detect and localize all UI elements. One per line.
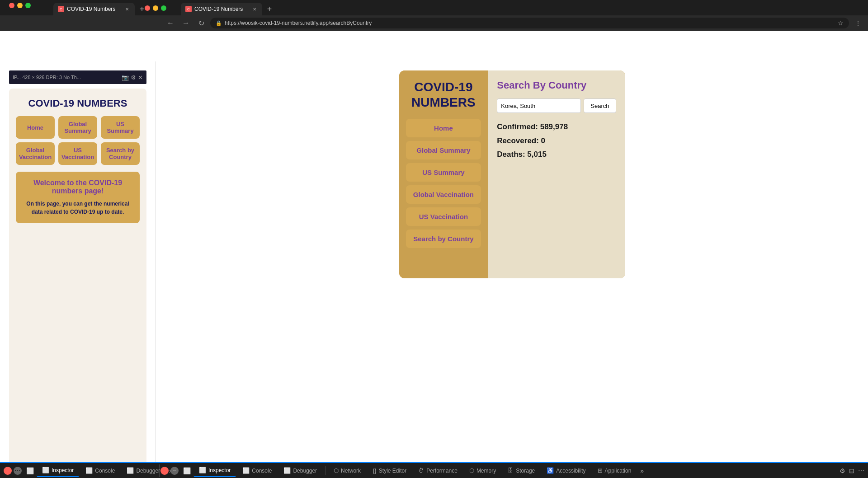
nav-search-by-country[interactable]: Search by Country — [406, 230, 481, 248]
mobile-app: COVID-19 NUMBERS Home Global Summary US … — [9, 89, 146, 478]
debugger-icon-left: ⬜ — [127, 467, 134, 474]
network-label: Network — [341, 468, 361, 474]
welcome-text: On this page, you can get the numerical … — [23, 200, 132, 216]
search-button[interactable]: Search — [584, 98, 616, 113]
lock-icon: 🔒 — [216, 20, 222, 26]
devtools-split-icon[interactable]: ⊟ — [849, 467, 854, 474]
right-window-max[interactable] — [161, 5, 166, 11]
right-tab-close[interactable]: ✕ — [251, 6, 258, 12]
nav-home[interactable]: Home — [406, 119, 481, 137]
toolbar-info: IP... 428 × 926 DPR: 3 No Th... — [13, 75, 81, 80]
nav-global-vaccination[interactable]: Global Vaccination — [406, 185, 481, 204]
toolbar-settings-icon[interactable]: ⚙ — [131, 74, 136, 81]
console-label-right: Console — [252, 468, 272, 474]
search-row: Search — [497, 98, 616, 113]
deaths-row: Deaths: 5,015 — [497, 148, 616, 162]
mobile-nav-global-summary[interactable]: Global Summary — [58, 116, 97, 139]
devtools-right-responsive-icon[interactable]: ⬜ — [183, 467, 191, 474]
style-editor-label: Style Editor — [379, 468, 406, 474]
devtools-dots: ··· — [14, 467, 22, 475]
welcome-title: Welcome to the COVID-19 numbers page! — [23, 179, 132, 195]
debugger-icon-right: ⬜ — [283, 467, 291, 474]
mobile-nav-global-vaccination[interactable]: Global Vaccination — [16, 142, 55, 165]
right-tab[interactable]: C COVID-19 Numbers ✕ — [181, 3, 262, 15]
devtools-settings-icon[interactable]: ⚙ — [840, 467, 845, 474]
mobile-nav-us-vaccination[interactable]: US Vaccination — [58, 142, 97, 165]
devtools-tab-application[interactable]: ⊞ Application — [592, 464, 637, 477]
devtools-tab-inspector-right[interactable]: ⬜ Inspector — [193, 464, 236, 477]
devtools-tab-performance[interactable]: ⏱ Performance — [413, 464, 463, 477]
devtools-tab-console-left[interactable]: ⬜ Console — [80, 464, 120, 477]
application-label: Application — [605, 468, 632, 474]
tab-bar: C COVID-19 Numbers ✕ + C COVID-19 Number… — [0, 0, 868, 15]
right-panel: COVID-19 NUMBERS Home Global Summary US … — [156, 61, 868, 478]
browser-chrome: C COVID-19 Numbers ✕ + C COVID-19 Number… — [0, 0, 868, 31]
devtools-tab-debugger-right[interactable]: ⬜ Debugger — [278, 464, 322, 477]
devtools-tab-style-editor[interactable]: {} Style Editor — [367, 464, 412, 477]
window-close-btn[interactable] — [9, 3, 14, 8]
nav-bar: ← → ↻ 🔒 https://woosik-covid-19-numbers.… — [160, 15, 868, 31]
style-editor-icon: {} — [373, 467, 377, 474]
devtools-more-right[interactable]: » — [637, 467, 646, 474]
debugger-label-right: Debugger — [293, 468, 317, 474]
back-btn[interactable]: ← — [164, 17, 177, 29]
main-content: IP... 428 × 926 DPR: 3 No Th... 📷 ⚙ ✕ CO… — [0, 61, 868, 478]
forward-btn[interactable]: → — [179, 17, 192, 29]
bookmark-icon[interactable]: ☆ — [838, 19, 844, 27]
devtools-bar: ··· ⬜ ⬜ Inspector ⬜ Console ⬜ Debugger »… — [0, 462, 868, 478]
devtools-more-options[interactable]: ⋯ — [858, 467, 864, 474]
welcome-box: Welcome to the COVID-19 numbers page! On… — [16, 172, 140, 223]
devtools-sep — [325, 466, 326, 475]
inspector-icon-left: ⬜ — [42, 467, 49, 473]
app-logo: COVID-19 NUMBERS — [406, 80, 481, 110]
devtools-tab-network[interactable]: ⬡ Network — [328, 464, 366, 477]
devtools-close-btn[interactable] — [4, 467, 12, 475]
sidebar-nav: COVID-19 NUMBERS Home Global Summary US … — [399, 70, 488, 278]
devtools-tab-inspector-left[interactable]: ⬜ Inspector — [37, 464, 79, 477]
mobile-nav-search-by-country[interactable]: Search by Country — [101, 142, 140, 165]
mobile-toolbar: IP... 428 × 926 DPR: 3 No Th... 📷 ⚙ ✕ — [9, 70, 146, 84]
address-bar[interactable]: 🔒 https://woosik-covid-19-numbers.netlif… — [210, 18, 849, 28]
extensions-btn[interactable]: ⋮ — [852, 17, 864, 29]
search-results: Confirmed: 589,978 Recovered: 0 Deaths: … — [497, 120, 616, 162]
devtools-right-dots: ··· — [170, 467, 179, 475]
window-max-btn[interactable] — [25, 3, 31, 8]
memory-label: Memory — [476, 468, 496, 474]
mobile-app-title: COVID-19 NUMBERS — [16, 98, 140, 109]
left-tab-favicon: C — [58, 6, 64, 12]
devtools-responsive-icon[interactable]: ⬜ — [26, 467, 34, 474]
devtools-tab-storage[interactable]: 🗄 Storage — [502, 464, 540, 477]
search-input[interactable] — [497, 98, 581, 113]
toolbar-screenshot-icon[interactable]: 📷 — [122, 74, 129, 81]
nav-global-summary[interactable]: Global Summary — [406, 141, 481, 159]
refresh-btn[interactable]: ↻ — [195, 17, 208, 29]
left-panel: IP... 428 × 926 DPR: 3 No Th... 📷 ⚙ ✕ CO… — [0, 61, 156, 478]
right-tab-title: COVID-19 Numbers — [194, 6, 249, 12]
left-tab[interactable]: C COVID-19 Numbers ✕ — [53, 3, 135, 15]
left-tab-title: COVID-19 Numbers — [67, 6, 121, 12]
right-tab-favicon: C — [185, 6, 192, 12]
mobile-nav-home[interactable]: Home — [16, 116, 55, 139]
storage-label: Storage — [516, 468, 535, 474]
right-window-min[interactable] — [153, 5, 158, 11]
nav-us-summary[interactable]: US Summary — [406, 163, 481, 182]
devtools-right-controls: ··· — [160, 467, 179, 475]
window-min-btn[interactable] — [17, 3, 23, 8]
devtools-tab-console-right[interactable]: ⬜ Console — [237, 464, 277, 477]
console-label-left: Console — [95, 468, 115, 474]
performance-icon: ⏱ — [418, 467, 424, 474]
devtools-right-close[interactable] — [160, 467, 169, 475]
debugger-label-left: Debugger — [136, 468, 160, 474]
mobile-nav-us-summary[interactable]: US Summary — [101, 116, 140, 139]
right-window-close[interactable] — [145, 5, 150, 11]
accessibility-icon: ♿ — [547, 467, 554, 474]
toolbar-close-icon[interactable]: ✕ — [138, 74, 143, 81]
devtools-left-controls: ··· — [4, 467, 22, 475]
nav-us-vaccination[interactable]: US Vaccination — [406, 207, 481, 226]
devtools-tab-debugger-left[interactable]: ⬜ Debugger — [121, 464, 165, 477]
inspector-label-left: Inspector — [52, 467, 74, 473]
left-tab-close[interactable]: ✕ — [124, 6, 130, 12]
devtools-tab-memory[interactable]: ⬡ Memory — [464, 464, 501, 477]
new-tab-btn-right[interactable]: + — [263, 3, 276, 15]
devtools-tab-accessibility[interactable]: ♿ Accessibility — [541, 464, 591, 477]
